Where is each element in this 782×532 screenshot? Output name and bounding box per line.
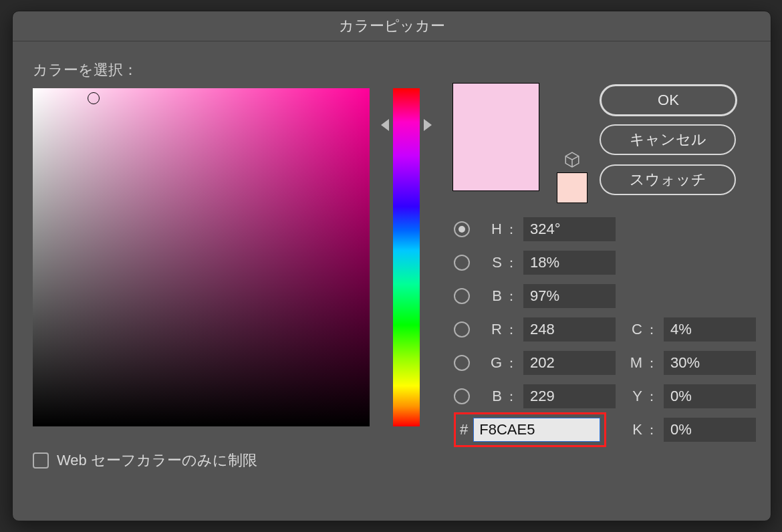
radio-g[interactable] (454, 355, 470, 371)
hue-slider[interactable] (390, 88, 422, 426)
input-y[interactable]: 0% (664, 384, 756, 408)
hue-gradient (393, 88, 420, 426)
ok-button[interactable]: OK (600, 84, 737, 116)
input-b-rgb[interactable]: 229 (523, 384, 616, 408)
label-b-hsb: B (474, 287, 502, 305)
sv-cursor-icon[interactable] (88, 92, 100, 104)
hex-hash-label: # (460, 421, 468, 438)
radio-r[interactable] (454, 321, 470, 338)
label-y: Y (621, 388, 642, 405)
label-c: C (621, 321, 642, 338)
swatch-button[interactable]: スウォッチ (600, 164, 736, 195)
input-r[interactable]: 248 (523, 317, 616, 342)
dialog-title: カラーピッカー (13, 11, 771, 41)
hue-arrow-left-icon (381, 119, 389, 131)
input-s[interactable]: 18% (523, 251, 616, 275)
input-hex[interactable] (473, 418, 600, 442)
hue-arrow-right-icon (424, 119, 432, 131)
previous-color-swatch[interactable] (557, 172, 588, 203)
saturation-value-field[interactable] (33, 88, 370, 426)
label-g: G (474, 354, 502, 372)
web-safe-row: Web セーフカラーのみに制限 (33, 450, 257, 471)
radio-b-rgb[interactable] (454, 388, 470, 404)
web-safe-checkbox[interactable] (33, 452, 49, 469)
input-b-hsb[interactable]: 97% (523, 284, 616, 308)
radio-s[interactable] (454, 255, 470, 271)
label-r: R (474, 321, 502, 338)
label-h: H (474, 221, 502, 238)
color-picker-dialog: カラーピッカー カラーを選択： OK キャンセル スウォッチ H ： 324° (12, 11, 771, 521)
label-m: M (621, 354, 642, 372)
cancel-button[interactable]: キャンセル (600, 124, 736, 155)
hex-highlight-box: # (454, 412, 606, 447)
input-k[interactable]: 0% (664, 418, 756, 442)
web-safe-label: Web セーフカラーのみに制限 (57, 450, 257, 471)
label-s: S (474, 254, 502, 271)
radio-h[interactable] (454, 221, 470, 237)
input-m[interactable]: 30% (664, 351, 756, 375)
current-color-swatch (452, 83, 539, 191)
label-b-rgb: B (474, 388, 502, 405)
input-g[interactable]: 202 (523, 351, 616, 375)
label-k: K (621, 421, 642, 438)
cube-icon[interactable] (563, 151, 581, 168)
radio-b-hsb[interactable] (454, 288, 470, 304)
input-h[interactable]: 324° (523, 217, 616, 241)
prompt-label: カラーを選択： (33, 60, 138, 80)
input-c[interactable]: 4% (664, 317, 756, 342)
